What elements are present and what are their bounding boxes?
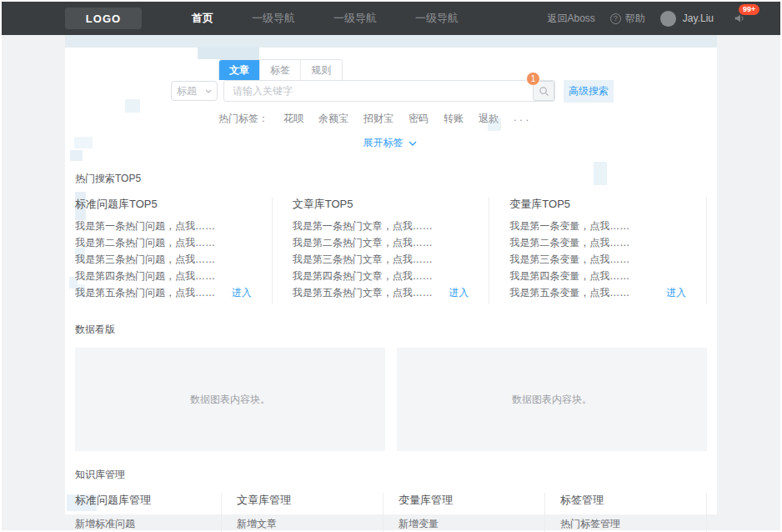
list-item[interactable]: 我是第二条变量，点我……	[509, 236, 629, 249]
column-title: 标准问题库管理	[75, 493, 206, 508]
search-icon	[539, 86, 549, 97]
search-input[interactable]	[223, 80, 555, 102]
action-link[interactable]: 新增文章	[237, 517, 277, 531]
tab-rule[interactable]: 规则	[301, 60, 342, 80]
list-item[interactable]: 我是第二条热门文章，点我……	[293, 236, 433, 249]
column-title: 文章库TOP5	[293, 197, 469, 212]
top5-columns: 标准问题库TOP5 我是第一条热门问题，点我…… 我是第二条热门问题，点我…… …	[75, 197, 707, 304]
knowledge-columns: 标准问题库管理 新增标准问题 编辑标准问题 更多 文章库管理 新增文章 文章修改…	[75, 493, 707, 532]
advanced-search-link[interactable]: 高级搜索	[569, 84, 609, 98]
list-item[interactable]: 我是第一条热门文章，点我……	[293, 219, 433, 233]
expand-row: 展开标签	[171, 134, 609, 150]
search-row: 标题 1 高级搜索	[171, 80, 609, 102]
knowledge-column-variables: 变量库管理 新增变量 编辑变量 更多	[399, 493, 545, 532]
list-item[interactable]: 我是第五条热门问题，点我……	[75, 286, 215, 299]
chart-placeholder-text: 数据图表内容块。	[512, 393, 592, 407]
nav-item-level1-b[interactable]: 一级导航	[333, 11, 377, 26]
action-link[interactable]: 新增标准问题	[75, 517, 135, 531]
tab-label[interactable]: 标签	[260, 60, 301, 80]
hot-tags-label: 热门标签：	[218, 112, 268, 126]
enter-link[interactable]: 进入	[232, 286, 252, 299]
field-select[interactable]: 标题	[171, 81, 218, 101]
list-item[interactable]: 我是第二条热门问题，点我……	[75, 236, 215, 249]
decor-square	[70, 150, 83, 161]
hot-tag[interactable]: 退款	[479, 112, 499, 126]
question-circle-icon: ?	[610, 13, 621, 24]
hot-search-section: 热门搜索TOP5 标准问题库TOP5 我是第一条热门问题，点我…… 我是第二条热…	[65, 172, 717, 304]
notification-button[interactable]: 99+	[734, 13, 745, 24]
hot-tag[interactable]: 招财宝	[363, 112, 394, 126]
top5-column-articles: 文章库TOP5 我是第一条热门文章，点我…… 我是第二条热门文章，点我…… 我是…	[293, 197, 490, 304]
hot-tag[interactable]: 转账	[444, 112, 464, 126]
enter-link[interactable]: 进入	[449, 286, 469, 299]
list-item[interactable]: 我是第五条热门文章，点我……	[293, 286, 433, 299]
search-zone: 文章 标签 规则 标题 1 高级搜索	[65, 35, 717, 150]
list-item[interactable]: 我是第四条热门问题，点我……	[75, 269, 215, 283]
search-input-wrap: 1	[223, 80, 555, 102]
navbar-right: 返回Aboss ? 帮助 Jay.Liu 99+	[548, 11, 761, 27]
chevron-down-icon	[409, 141, 417, 146]
list-item[interactable]: 我是第四条热门文章，点我……	[293, 269, 433, 283]
column-title: 变量库管理	[399, 493, 529, 508]
hot-search-title: 热门搜索TOP5	[75, 172, 707, 186]
user-menu[interactable]: Jay.Liu	[660, 11, 714, 27]
list-item[interactable]: 我是第一条热门问题，点我……	[75, 219, 215, 233]
logo[interactable]: LOGO	[65, 8, 142, 29]
hot-tag[interactable]: 余额宝	[318, 112, 348, 126]
list-item[interactable]: 我是第三条变量，点我……	[509, 253, 629, 266]
nav-item-level1-a[interactable]: 一级导航	[252, 11, 295, 26]
avatar	[660, 11, 676, 27]
knowledge-title: 知识库管理	[75, 468, 707, 482]
main-content-card: 文章 标签 规则 标题 1 高级搜索	[65, 35, 717, 514]
nav-item-level1-c[interactable]: 一级导航	[415, 11, 459, 26]
search-count-badge: 1	[526, 72, 540, 86]
list-item[interactable]: 我是第一条变量，点我……	[509, 219, 629, 233]
top5-column-variables: 变量库TOP5 我是第一条变量，点我…… 我是第二条变量，点我…… 我是第三条变…	[509, 197, 707, 304]
hot-tag[interactable]: 花呗	[283, 112, 303, 126]
hot-tags-row: 热门标签： 花呗 余额宝 招财宝 密码 转账 退款 ...	[218, 112, 609, 126]
knowledge-column-tags: 标签管理 热门标签管理 新增标签 编辑标签 更多	[560, 493, 707, 532]
column-title: 文章库管理	[237, 493, 368, 508]
list-item[interactable]: 我是第三条热门问题，点我……	[75, 253, 215, 266]
knowledge-column-questions: 标准问题库管理 新增标准问题 编辑标准问题 更多	[75, 493, 222, 532]
enter-link[interactable]: 进入	[666, 286, 686, 299]
chart-placeholder-text: 数据图表内容块。	[190, 393, 270, 407]
list-item[interactable]: 我是第五条变量，点我……	[509, 286, 629, 299]
search-tabs: 文章 标签 规则	[218, 59, 343, 80]
expand-tags-link[interactable]: 展开标签	[363, 136, 417, 150]
nav-item-home[interactable]: 首页	[192, 11, 213, 26]
action-link[interactable]: 热门标签管理	[560, 517, 620, 531]
chart-placeholder-left: 数据图表内容块。	[75, 348, 385, 451]
column-title: 变量库TOP5	[509, 197, 686, 212]
primary-nav: 首页 一级导航 一级导航 一级导航	[192, 11, 459, 26]
more-tags-ellipsis[interactable]: ...	[514, 112, 532, 126]
knowledge-column-articles: 文章库管理 新增文章 文章修改 更多	[237, 493, 383, 532]
column-title: 标准问题库TOP5	[75, 197, 252, 212]
chart-placeholder-right: 数据图表内容块。	[397, 348, 707, 451]
data-dashboard-section: 数据看版 数据图表内容块。 数据图表内容块。	[65, 323, 717, 451]
hot-tag[interactable]: 密码	[409, 112, 429, 126]
back-to-aboss-link[interactable]: 返回Aboss	[548, 12, 595, 26]
list-item[interactable]: 我是第四条变量，点我……	[509, 269, 629, 283]
action-link[interactable]: 新增变量	[399, 517, 439, 531]
help-label: 帮助	[625, 12, 645, 26]
help-button[interactable]: ? 帮助	[610, 12, 645, 26]
username: Jay.Liu	[683, 13, 714, 24]
data-dashboard-title: 数据看版	[75, 323, 707, 337]
chart-blocks: 数据图表内容块。 数据图表内容块。	[75, 348, 707, 451]
notification-badge: 99+	[739, 4, 759, 15]
top-navbar: LOGO 首页 一级导航 一级导航 一级导航 返回Aboss ? 帮助 Jay.…	[2, 2, 780, 35]
column-title: 标签管理	[560, 493, 691, 508]
tab-article[interactable]: 文章	[219, 60, 260, 80]
chevron-down-icon	[205, 89, 212, 93]
list-item[interactable]: 我是第三条热门文章，点我……	[293, 253, 433, 266]
field-select-value: 标题	[177, 84, 197, 98]
knowledge-section: 知识库管理 标准问题库管理 新增标准问题 编辑标准问题 更多 文章库管理 新增文…	[65, 468, 717, 532]
expand-tags-label: 展开标签	[363, 136, 404, 150]
top5-column-questions: 标准问题库TOP5 我是第一条热门问题，点我…… 我是第二条热门问题，点我…… …	[75, 197, 273, 304]
